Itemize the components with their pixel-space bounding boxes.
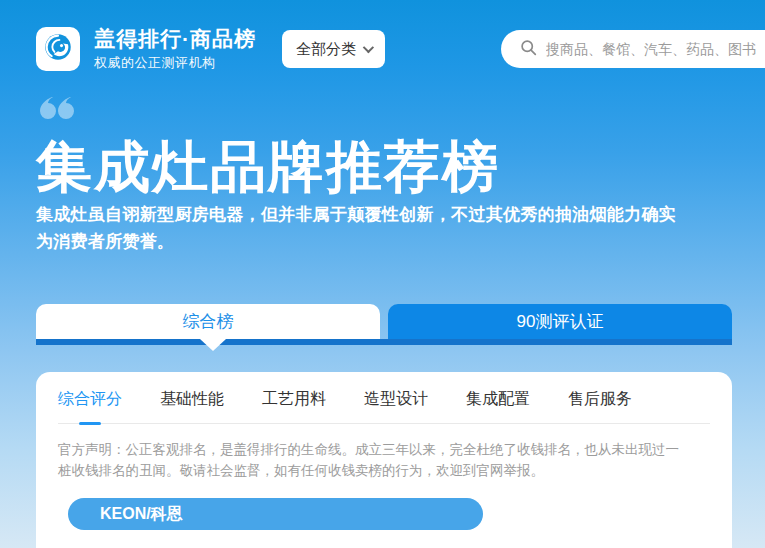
official-statement: 官方声明：公正客观排名，是盖得排行的生命线。成立三年以来，完全杜绝了收钱排名，也…	[58, 439, 686, 481]
subtab-after-sales[interactable]: 售后服务	[568, 389, 632, 410]
quote-icon	[38, 94, 76, 126]
content-panel: 综合评分 基础性能 工艺用料 造型设计 集成配置 售后服务 官方声明：公正客观排…	[36, 372, 732, 548]
lion-logo-icon	[41, 30, 75, 68]
header: 盖得排行·商品榜 权威的公正测评机构 全部分类	[36, 27, 765, 71]
page-description: 集成灶虽自诩新型厨房电器，但并非属于颠覆性创新，不过其优秀的抽油烟能力确实为消费…	[36, 201, 691, 255]
subtab-integration[interactable]: 集成配置	[466, 389, 530, 410]
page-title: 集成灶品牌推荐榜	[36, 130, 500, 206]
subtab-design[interactable]: 造型设计	[364, 389, 428, 410]
page: 盖得排行·商品榜 权威的公正测评机构 全部分类 集成灶品牌推荐榜 集成灶	[0, 0, 765, 548]
brand-subtitle: 权威的公正测评机构	[94, 54, 256, 72]
score-tab-bar: 综合评分 基础性能 工艺用料 造型设计 集成配置 售后服务	[58, 389, 710, 410]
subtab-overall-score[interactable]: 综合评分	[58, 389, 122, 410]
subtab-divider	[58, 423, 710, 424]
main-tab-bar: 综合榜 90测评认证	[36, 304, 732, 339]
chevron-down-icon	[363, 42, 374, 53]
tab-composite-ranking[interactable]: 综合榜	[36, 304, 380, 339]
search-icon	[520, 39, 537, 60]
tab-90-certification[interactable]: 90测评认证	[388, 304, 732, 339]
categories-button-label: 全部分类	[296, 40, 356, 59]
ranking-item-keon[interactable]: KEON/科恩	[68, 498, 483, 530]
subtab-materials[interactable]: 工艺用料	[262, 389, 326, 410]
brand-title: 盖得排行·商品榜	[94, 27, 256, 51]
tab-label: 90测评认证	[517, 310, 604, 333]
ranking-item-label: KEON/科恩	[100, 504, 183, 525]
tab-strip	[36, 339, 732, 345]
categories-button[interactable]: 全部分类	[282, 30, 385, 68]
brand-text: 盖得排行·商品榜 权威的公正测评机构	[94, 27, 256, 72]
active-subtab-underline	[79, 422, 101, 425]
active-tab-pointer	[200, 339, 226, 351]
brand-logo[interactable]	[36, 27, 80, 71]
subtab-basic-performance[interactable]: 基础性能	[160, 389, 224, 410]
tab-label: 综合榜	[183, 310, 234, 333]
search-input[interactable]	[546, 41, 765, 57]
search-bar[interactable]	[501, 30, 765, 68]
